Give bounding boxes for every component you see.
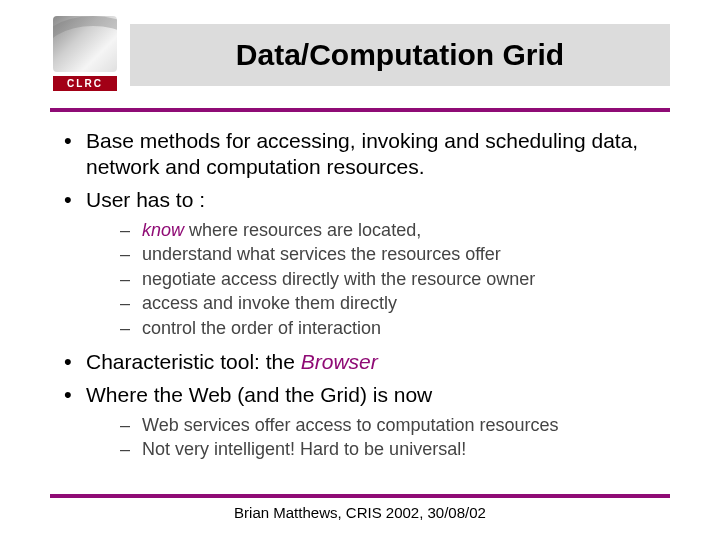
slide: CLRC Data/Computation Grid Base methods … <box>0 0 720 540</box>
sub-bullet-4-2: Not very intelligent! Hard to be univers… <box>120 438 670 461</box>
bullet-3: Characteristic tool: the Browser <box>60 349 670 375</box>
sub-bullet-2-1: know where resources are located, <box>120 219 670 242</box>
divider-bottom <box>50 494 670 498</box>
bullet-2: User has to : know where resources are l… <box>60 187 670 340</box>
footer: Brian Matthews, CRIS 2002, 30/08/02 <box>0 504 720 521</box>
sub-bullet-2-4: access and invoke them directly <box>120 292 670 315</box>
sub-bullet-2-3: negotiate access directly with the resou… <box>120 268 670 291</box>
bullet-2-text: User has to : <box>86 188 205 211</box>
title-bar: Data/Computation Grid <box>130 24 670 86</box>
header: CLRC Data/Computation Grid <box>0 0 720 110</box>
slide-body: Base methods for accessing, invoking and… <box>60 128 670 480</box>
bullet-3-accent: Browser <box>301 350 378 373</box>
bullet-4-text: Where the Web (and the Grid) is now <box>86 383 432 406</box>
bullet-1: Base methods for accessing, invoking and… <box>60 128 670 181</box>
sub-bullet-2-1-accent: know <box>142 220 184 240</box>
slide-title: Data/Computation Grid <box>236 38 564 72</box>
bullet-1-text: Base methods for accessing, invoking and… <box>86 129 638 178</box>
sub-bullet-4-1: Web services offer access to computation… <box>120 414 670 437</box>
logo-text: CLRC <box>53 76 117 91</box>
bullet-4: Where the Web (and the Grid) is now Web … <box>60 382 670 461</box>
logo: CLRC <box>50 16 120 96</box>
logo-swoosh-icon <box>53 16 117 72</box>
divider-top <box>50 108 670 112</box>
bullet-3-text: Characteristic tool: the <box>86 350 301 373</box>
sub-bullet-2-2: understand what services the resources o… <box>120 243 670 266</box>
sub-bullet-2-1-rest: where resources are located, <box>184 220 421 240</box>
sub-bullet-2-5: control the order of interaction <box>120 317 670 340</box>
